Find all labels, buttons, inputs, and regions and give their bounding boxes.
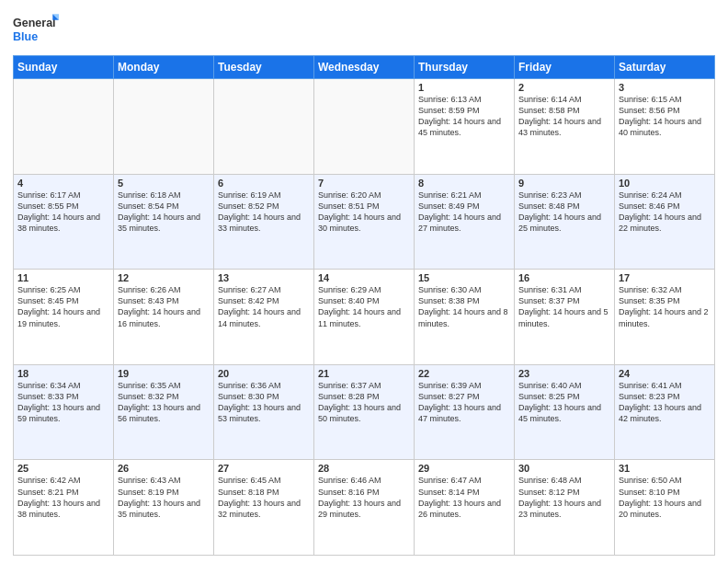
calendar-cell: 14Sunrise: 6:29 AMSunset: 8:40 PMDayligh… <box>314 270 415 365</box>
day-info: Sunrise: 6:30 AMSunset: 8:38 PMDaylight:… <box>418 284 510 329</box>
calendar-cell: 31Sunrise: 6:50 AMSunset: 8:10 PMDayligh… <box>615 460 715 556</box>
calendar-cell: 1Sunrise: 6:13 AMSunset: 8:59 PMDaylight… <box>415 79 515 175</box>
day-number: 21 <box>318 368 410 379</box>
weekday-header-cell: Monday <box>114 56 214 79</box>
day-number: 20 <box>218 368 310 379</box>
day-info: Sunrise: 6:43 AMSunset: 8:19 PMDaylight:… <box>118 475 210 520</box>
calendar-week-row: 4Sunrise: 6:17 AMSunset: 8:55 PMDaylight… <box>14 174 715 270</box>
day-number: 27 <box>218 463 310 474</box>
calendar-cell: 25Sunrise: 6:42 AMSunset: 8:21 PMDayligh… <box>14 460 114 556</box>
day-info: Sunrise: 6:27 AMSunset: 8:42 PMDaylight:… <box>218 284 310 329</box>
calendar-cell: 9Sunrise: 6:23 AMSunset: 8:48 PMDaylight… <box>515 174 615 270</box>
day-info: Sunrise: 6:23 AMSunset: 8:48 PMDaylight:… <box>518 190 610 235</box>
calendar-cell: 17Sunrise: 6:32 AMSunset: 8:35 PMDayligh… <box>615 270 715 365</box>
day-info: Sunrise: 6:42 AMSunset: 8:21 PMDaylight:… <box>17 475 109 520</box>
calendar-body: 1Sunrise: 6:13 AMSunset: 8:59 PMDaylight… <box>14 79 715 556</box>
calendar-cell: 4Sunrise: 6:17 AMSunset: 8:55 PMDaylight… <box>14 174 114 270</box>
calendar-table: SundayMondayTuesdayWednesdayThursdayFrid… <box>13 55 715 556</box>
day-info: Sunrise: 6:25 AMSunset: 8:45 PMDaylight:… <box>17 284 109 329</box>
day-number: 1 <box>418 82 510 93</box>
logo-svg: General Blue <box>13 9 59 48</box>
day-info: Sunrise: 6:14 AMSunset: 8:58 PMDaylight:… <box>518 94 610 139</box>
day-info: Sunrise: 6:20 AMSunset: 8:51 PMDaylight:… <box>318 190 410 235</box>
calendar-cell: 13Sunrise: 6:27 AMSunset: 8:42 PMDayligh… <box>214 270 314 365</box>
calendar-cell: 22Sunrise: 6:39 AMSunset: 8:27 PMDayligh… <box>415 364 515 460</box>
calendar-cell: 20Sunrise: 6:36 AMSunset: 8:30 PMDayligh… <box>214 364 314 460</box>
day-info: Sunrise: 6:48 AMSunset: 8:12 PMDaylight:… <box>518 475 610 520</box>
calendar-cell: 8Sunrise: 6:21 AMSunset: 8:49 PMDaylight… <box>415 174 515 270</box>
day-number: 2 <box>518 82 610 93</box>
calendar-week-row: 18Sunrise: 6:34 AMSunset: 8:33 PMDayligh… <box>14 364 715 460</box>
calendar-cell: 7Sunrise: 6:20 AMSunset: 8:51 PMDaylight… <box>314 174 415 270</box>
day-info: Sunrise: 6:37 AMSunset: 8:28 PMDaylight:… <box>318 380 410 425</box>
day-info: Sunrise: 6:50 AMSunset: 8:10 PMDaylight:… <box>619 475 711 520</box>
day-number: 8 <box>418 178 510 189</box>
calendar-cell: 23Sunrise: 6:40 AMSunset: 8:25 PMDayligh… <box>515 364 615 460</box>
calendar-cell: 5Sunrise: 6:18 AMSunset: 8:54 PMDaylight… <box>114 174 214 270</box>
weekday-header-cell: Thursday <box>415 56 515 79</box>
weekday-header-cell: Saturday <box>615 56 715 79</box>
day-info: Sunrise: 6:45 AMSunset: 8:18 PMDaylight:… <box>218 475 310 520</box>
calendar-cell: 21Sunrise: 6:37 AMSunset: 8:28 PMDayligh… <box>314 364 415 460</box>
svg-text:General: General <box>13 17 56 29</box>
weekday-header-cell: Friday <box>515 56 615 79</box>
logo: General Blue <box>13 9 59 48</box>
calendar-cell: 26Sunrise: 6:43 AMSunset: 8:19 PMDayligh… <box>114 460 214 556</box>
day-info: Sunrise: 6:17 AMSunset: 8:55 PMDaylight:… <box>17 190 109 235</box>
calendar-cell <box>314 79 415 175</box>
day-info: Sunrise: 6:34 AMSunset: 8:33 PMDaylight:… <box>17 380 109 425</box>
weekday-header-cell: Tuesday <box>214 56 314 79</box>
calendar-cell: 10Sunrise: 6:24 AMSunset: 8:46 PMDayligh… <box>615 174 715 270</box>
day-number: 15 <box>418 272 510 283</box>
calendar-cell: 6Sunrise: 6:19 AMSunset: 8:52 PMDaylight… <box>214 174 314 270</box>
calendar-cell: 12Sunrise: 6:26 AMSunset: 8:43 PMDayligh… <box>114 270 214 365</box>
calendar-cell: 19Sunrise: 6:35 AMSunset: 8:32 PMDayligh… <box>114 364 214 460</box>
day-number: 16 <box>518 272 610 283</box>
day-number: 28 <box>318 463 410 474</box>
day-number: 30 <box>518 463 610 474</box>
calendar-week-row: 1Sunrise: 6:13 AMSunset: 8:59 PMDaylight… <box>14 79 715 175</box>
day-info: Sunrise: 6:18 AMSunset: 8:54 PMDaylight:… <box>118 190 210 235</box>
day-info: Sunrise: 6:26 AMSunset: 8:43 PMDaylight:… <box>118 284 210 329</box>
header: General Blue <box>13 9 715 48</box>
day-number: 26 <box>118 463 210 474</box>
day-info: Sunrise: 6:35 AMSunset: 8:32 PMDaylight:… <box>118 380 210 425</box>
calendar-cell: 30Sunrise: 6:48 AMSunset: 8:12 PMDayligh… <box>515 460 615 556</box>
day-info: Sunrise: 6:40 AMSunset: 8:25 PMDaylight:… <box>518 380 610 425</box>
calendar-cell: 24Sunrise: 6:41 AMSunset: 8:23 PMDayligh… <box>615 364 715 460</box>
day-info: Sunrise: 6:19 AMSunset: 8:52 PMDaylight:… <box>218 190 310 235</box>
day-number: 29 <box>418 463 510 474</box>
day-number: 5 <box>118 178 210 189</box>
day-number: 18 <box>17 368 109 379</box>
day-number: 6 <box>218 178 310 189</box>
day-number: 22 <box>418 368 510 379</box>
day-number: 7 <box>318 178 410 189</box>
weekday-header-cell: Sunday <box>14 56 114 79</box>
svg-text:Blue: Blue <box>13 30 38 43</box>
calendar-cell <box>114 79 214 175</box>
day-info: Sunrise: 6:46 AMSunset: 8:16 PMDaylight:… <box>318 475 410 520</box>
day-info: Sunrise: 6:36 AMSunset: 8:30 PMDaylight:… <box>218 380 310 425</box>
day-number: 25 <box>17 463 109 474</box>
calendar-cell: 27Sunrise: 6:45 AMSunset: 8:18 PMDayligh… <box>214 460 314 556</box>
day-info: Sunrise: 6:24 AMSunset: 8:46 PMDaylight:… <box>619 190 711 235</box>
calendar-cell: 2Sunrise: 6:14 AMSunset: 8:58 PMDaylight… <box>515 79 615 175</box>
day-info: Sunrise: 6:47 AMSunset: 8:14 PMDaylight:… <box>418 475 510 520</box>
day-info: Sunrise: 6:13 AMSunset: 8:59 PMDaylight:… <box>418 94 510 139</box>
day-info: Sunrise: 6:29 AMSunset: 8:40 PMDaylight:… <box>318 284 410 329</box>
calendar-cell <box>14 79 114 175</box>
day-number: 17 <box>619 272 711 283</box>
day-info: Sunrise: 6:39 AMSunset: 8:27 PMDaylight:… <box>418 380 510 425</box>
day-number: 24 <box>619 368 711 379</box>
weekday-header-cell: Wednesday <box>314 56 415 79</box>
calendar-cell: 3Sunrise: 6:15 AMSunset: 8:56 PMDaylight… <box>615 79 715 175</box>
day-number: 11 <box>17 272 109 283</box>
day-info: Sunrise: 6:21 AMSunset: 8:49 PMDaylight:… <box>418 190 510 235</box>
day-number: 23 <box>518 368 610 379</box>
day-number: 31 <box>619 463 711 474</box>
day-number: 12 <box>118 272 210 283</box>
calendar-week-row: 25Sunrise: 6:42 AMSunset: 8:21 PMDayligh… <box>14 460 715 556</box>
calendar-cell: 15Sunrise: 6:30 AMSunset: 8:38 PMDayligh… <box>415 270 515 365</box>
calendar-cell: 18Sunrise: 6:34 AMSunset: 8:33 PMDayligh… <box>14 364 114 460</box>
day-number: 9 <box>518 178 610 189</box>
